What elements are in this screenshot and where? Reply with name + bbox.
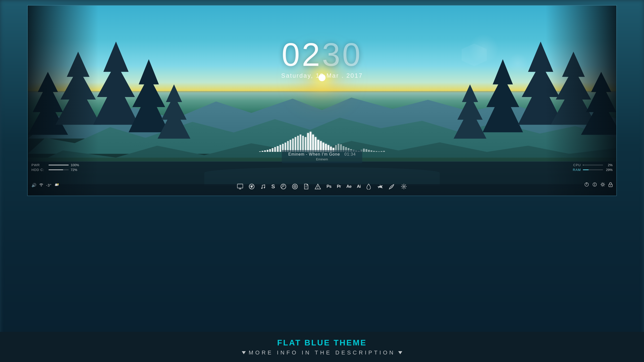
cpu-fill xyxy=(583,165,583,165)
premiere-icon[interactable]: Pr xyxy=(337,184,341,189)
svg-point-10 xyxy=(41,186,42,186)
svg-point-31 xyxy=(317,188,318,189)
vis-bar xyxy=(262,151,263,152)
cpu-label: CPU xyxy=(573,163,581,167)
vis-bar xyxy=(366,149,367,152)
svg-line-19 xyxy=(252,185,254,186)
music-visualizer xyxy=(259,132,385,152)
music-artist: Eminem xyxy=(287,157,357,161)
vis-bar xyxy=(315,137,316,152)
svg-marker-3 xyxy=(129,59,169,173)
cpu-bar xyxy=(583,165,603,165)
vis-bar xyxy=(383,151,385,152)
svg-point-24 xyxy=(283,185,284,187)
vis-bar xyxy=(373,151,375,152)
vis-bar xyxy=(292,139,294,152)
svg-point-14 xyxy=(57,183,59,185)
monitor-icon[interactable] xyxy=(237,184,243,189)
volume-icon[interactable]: 🔊 xyxy=(31,183,36,188)
clock-hours: 02 xyxy=(281,36,322,73)
status-right: CPU 2% RAM 29% xyxy=(573,163,613,173)
target-icon[interactable] xyxy=(292,184,298,190)
steam-icon[interactable] xyxy=(280,184,286,190)
hdd-row: HDD C: 72% xyxy=(31,168,79,172)
vis-bar xyxy=(368,150,370,152)
vis-bar xyxy=(272,148,273,152)
file-icon[interactable] xyxy=(303,184,309,190)
ram-value: 29% xyxy=(605,168,613,172)
main-window: 0230 Saturday, 18 Mar . 2017 Eminem - Wh… xyxy=(27,5,617,196)
vis-bar xyxy=(305,137,306,152)
ram-row: RAM 29% xyxy=(573,168,613,172)
ram-label: RAM xyxy=(573,168,581,172)
info-button[interactable] xyxy=(592,182,597,188)
vis-bar xyxy=(259,151,261,152)
hdd-value: 72% xyxy=(71,168,77,172)
vis-bar xyxy=(277,146,278,152)
vis-bar xyxy=(302,136,304,152)
hdd-fill xyxy=(49,169,63,170)
vis-bar xyxy=(297,136,299,152)
svg-point-32 xyxy=(403,186,405,187)
svg-point-27 xyxy=(294,186,295,187)
wifi-icon[interactable] xyxy=(39,183,44,188)
triangle-down-left xyxy=(242,351,246,354)
svg-line-43 xyxy=(601,183,602,184)
vis-bar xyxy=(371,150,372,152)
plane-icon[interactable] xyxy=(377,184,383,190)
caption-subtitle-text: MORE INFO IN THE DESCRIPTION xyxy=(249,349,395,356)
caption-subtitle: MORE INFO IN THE DESCRIPTION xyxy=(242,349,403,356)
music-icon[interactable] xyxy=(260,184,266,189)
chrome-icon[interactable] xyxy=(249,184,255,190)
vis-bar xyxy=(363,149,365,152)
weather-icon xyxy=(54,183,60,188)
power-button[interactable] xyxy=(584,182,589,188)
vis-bar xyxy=(376,151,377,152)
cpu-value: 2% xyxy=(605,163,613,167)
settings-icon[interactable] xyxy=(401,184,407,190)
pwr-row: PWR 100% xyxy=(31,163,79,167)
warning-icon[interactable] xyxy=(314,184,321,190)
vis-bar xyxy=(264,150,266,152)
vis-bar xyxy=(295,137,296,152)
bottom-caption: FLAT BLUE THEME MORE INFO IN THE DESCRIP… xyxy=(0,332,644,362)
svg-point-21 xyxy=(261,188,262,189)
svg-point-48 xyxy=(610,185,611,186)
pwr-label: PWR xyxy=(31,163,47,167)
svg-marker-5 xyxy=(454,84,486,173)
ram-fill xyxy=(583,169,589,170)
svg-rect-15 xyxy=(237,184,243,188)
svg-point-37 xyxy=(594,183,595,184)
skype-icon[interactable]: S xyxy=(271,183,275,190)
music-info: Eminem - When I'm Gone 01:34 Eminem xyxy=(282,150,362,163)
vis-bar xyxy=(300,134,301,152)
svg-line-46 xyxy=(601,186,602,186)
vis-bar xyxy=(312,134,314,152)
clock-time: 0230 xyxy=(281,38,363,71)
triangle-down-right xyxy=(398,351,402,354)
feather-icon[interactable] xyxy=(389,184,395,190)
vis-bar xyxy=(310,132,311,152)
svg-marker-6 xyxy=(482,59,523,173)
cpu-row: CPU 2% xyxy=(573,163,613,167)
photoshop-icon[interactable]: Ps xyxy=(327,184,331,189)
lock-button[interactable] xyxy=(609,182,613,188)
aftereffects-icon[interactable]: Ae xyxy=(346,184,351,189)
caption-title: FLAT BLUE THEME xyxy=(277,338,367,347)
brightness-button[interactable] xyxy=(600,182,605,188)
hdd-label: HDD C: xyxy=(31,168,47,172)
temperature-display: -3° xyxy=(46,183,52,187)
vis-bar xyxy=(269,149,271,152)
pwr-bar xyxy=(49,165,69,165)
vis-bar xyxy=(279,145,281,152)
power-icons xyxy=(584,182,613,188)
illustrator-icon[interactable]: Ai xyxy=(357,184,361,189)
drop-icon[interactable] xyxy=(366,184,371,190)
vis-bar xyxy=(307,133,309,152)
clock-date: Saturday, 18 Mar . 2017 xyxy=(281,72,363,79)
svg-point-13 xyxy=(55,184,57,186)
clock-minutes: 30 xyxy=(322,36,363,73)
taskbar-icons: S xyxy=(237,183,407,190)
pwr-fill xyxy=(49,165,69,165)
svg-point-38 xyxy=(602,184,603,185)
